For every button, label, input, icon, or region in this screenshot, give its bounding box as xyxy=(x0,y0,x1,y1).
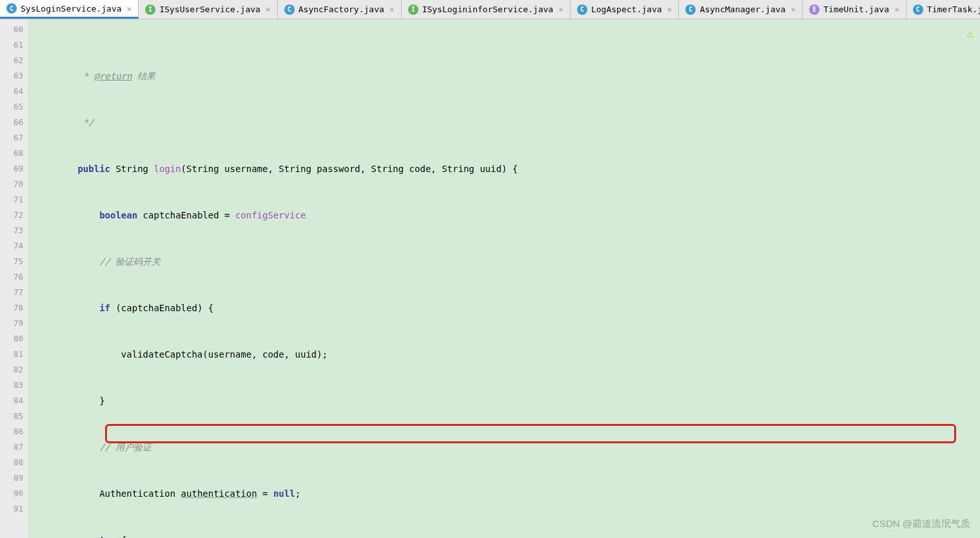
line-number: 83 xyxy=(0,378,23,393)
line-number: 82 xyxy=(0,362,23,378)
close-icon[interactable]: × xyxy=(790,5,796,14)
code-line: validateCaptcha(username, code, uuid); xyxy=(29,347,980,362)
line-gutter: 6061626364656667686970717273747576777879… xyxy=(0,19,29,538)
code-line: */ xyxy=(29,115,980,130)
line-number: 80 xyxy=(0,331,23,347)
line-number: 61 xyxy=(0,37,23,53)
code-line: * @return 结果 xyxy=(29,68,980,84)
code-line: public String login(String username, Str… xyxy=(29,161,980,177)
line-number: 84 xyxy=(0,393,23,408)
editor-tab[interactable]: ETimeUnit.java× xyxy=(803,0,906,19)
line-number: 77 xyxy=(0,285,23,300)
file-type-icon: C xyxy=(685,5,696,15)
watermark: CSDN @霸道流氓气质 xyxy=(872,518,970,530)
line-number: 67 xyxy=(0,130,23,146)
close-icon[interactable]: × xyxy=(389,5,395,14)
editor-tab[interactable]: CSysLoginService.java× xyxy=(0,0,139,19)
line-number: 86 xyxy=(0,424,23,439)
line-number: 91 xyxy=(0,501,23,517)
line-number: 78 xyxy=(0,300,23,316)
line-number: 75 xyxy=(0,254,23,269)
file-type-icon: I xyxy=(408,5,418,15)
line-number: 63 xyxy=(0,68,23,84)
file-type-icon: E xyxy=(809,5,819,15)
close-icon[interactable]: × xyxy=(266,5,271,14)
tab-label: LogAspect.java xyxy=(591,5,662,14)
tab-label: ISysUserService.java xyxy=(159,5,260,14)
code-line: try { xyxy=(29,532,980,538)
line-number: 76 xyxy=(0,269,23,285)
line-number: 90 xyxy=(0,486,23,501)
close-icon[interactable]: × xyxy=(667,5,672,14)
code-line: // 验证码开关 xyxy=(29,254,980,269)
line-number: 87 xyxy=(0,439,23,455)
warning-icon[interactable]: ⚠ xyxy=(966,26,974,41)
editor-tabs: CSysLoginService.java×IISysUserService.j… xyxy=(0,0,980,19)
line-number: 73 xyxy=(0,223,23,238)
line-number: 81 xyxy=(0,347,23,362)
line-number: 69 xyxy=(0,161,23,177)
line-number: 60 xyxy=(0,22,23,37)
tab-label: SysLoginService.java xyxy=(21,4,122,14)
editor-tab[interactable]: CAsyncManager.java× xyxy=(679,0,803,19)
close-icon[interactable]: × xyxy=(127,4,132,14)
line-number: 89 xyxy=(0,470,23,486)
line-number: 66 xyxy=(0,115,23,130)
editor-tab[interactable]: IISysUserService.java× xyxy=(139,0,277,19)
code-line: boolean captchaEnabled = configService xyxy=(29,207,980,223)
code-line: if (captchaEnabled) { xyxy=(29,300,980,316)
file-type-icon: C xyxy=(6,3,17,14)
line-number: 65 xyxy=(0,99,23,115)
close-icon[interactable]: × xyxy=(558,5,564,14)
tab-label: AsyncFactory.java xyxy=(299,5,384,14)
line-number: 79 xyxy=(0,316,23,331)
file-type-icon: I xyxy=(145,5,155,15)
line-number: 74 xyxy=(0,238,23,254)
tab-label: ISysLogininforService.java xyxy=(422,5,554,14)
editor-tab[interactable]: CTimerTask.j× xyxy=(906,0,980,19)
file-type-icon: C xyxy=(284,5,295,15)
code-line: Authentication authentication = null; xyxy=(29,486,980,501)
editor-tab[interactable]: CAsyncFactory.java× xyxy=(278,0,402,19)
tab-label: TimeUnit.java xyxy=(823,5,889,14)
code-line: // 用户验证 xyxy=(29,439,980,455)
tab-label: TimerTask.j xyxy=(927,5,980,14)
editor-tab[interactable]: CLogAspect.java× xyxy=(571,0,679,19)
line-number: 68 xyxy=(0,146,23,161)
code-area[interactable]: ⚠ * @return 结果 */ public String login(St… xyxy=(29,19,980,538)
tab-label: AsyncManager.java xyxy=(700,5,785,14)
line-number: 64 xyxy=(0,84,23,99)
editor-tab[interactable]: IISysLogininforService.java× xyxy=(402,0,571,19)
code-line: } xyxy=(29,393,980,408)
line-number: 70 xyxy=(0,177,23,192)
line-number: 85 xyxy=(0,408,23,424)
line-number: 62 xyxy=(0,53,23,68)
close-icon[interactable]: × xyxy=(894,5,899,14)
file-type-icon: C xyxy=(913,5,923,15)
file-type-icon: C xyxy=(577,5,587,15)
editor-container: 6061626364656667686970717273747576777879… xyxy=(0,19,980,538)
line-number: 71 xyxy=(0,192,23,207)
line-number: 88 xyxy=(0,455,23,470)
line-number: 72 xyxy=(0,207,23,223)
